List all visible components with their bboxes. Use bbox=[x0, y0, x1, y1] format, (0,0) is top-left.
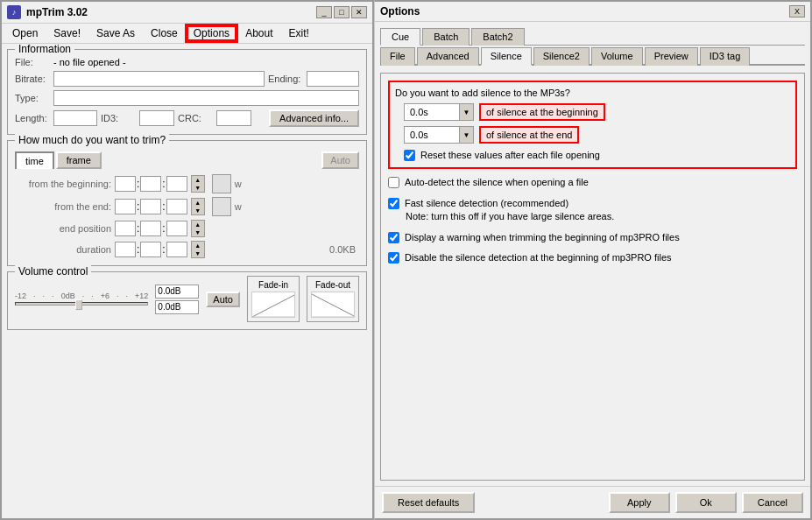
end-dropdown[interactable]: ▼ bbox=[404, 126, 474, 144]
tab-advanced[interactable]: Advanced bbox=[417, 47, 479, 66]
spin-up[interactable]: ▲ bbox=[192, 221, 204, 228]
table-row: end position : : ▲ ▼ bbox=[15, 220, 359, 237]
main-content: Information File: - no file opened - Bit… bbox=[2, 44, 372, 518]
close-button[interactable]: ✕ bbox=[351, 6, 367, 18]
silence-beginning-row: ▼ of silence at the beginning bbox=[404, 103, 790, 121]
spin-up[interactable]: ▲ bbox=[192, 199, 204, 207]
fade-out-label: Fade-out bbox=[315, 280, 350, 290]
options-title-bar: Options X bbox=[375, 2, 810, 22]
tab-volume[interactable]: Volume bbox=[591, 47, 643, 66]
tab-preview[interactable]: Preview bbox=[645, 47, 698, 66]
endpos-m[interactable] bbox=[140, 221, 161, 236]
size-info: 0.0KB bbox=[329, 244, 356, 255]
options-title: Options bbox=[380, 5, 420, 18]
spin-up[interactable]: ▲ bbox=[192, 176, 204, 184]
endpos-s[interactable] bbox=[166, 221, 187, 236]
end-value-input[interactable] bbox=[405, 130, 459, 140]
restore-button[interactable]: □ bbox=[334, 6, 350, 18]
spin-down[interactable]: ▼ bbox=[192, 184, 204, 192]
spin-down[interactable]: ▼ bbox=[192, 249, 204, 257]
dur-spinner[interactable]: ▲ ▼ bbox=[191, 241, 205, 258]
volume-value2[interactable] bbox=[155, 300, 199, 314]
menu-options[interactable]: Options bbox=[187, 25, 237, 41]
beginning-dropdown[interactable]: ▼ bbox=[404, 103, 474, 121]
app-icon: ♪ bbox=[7, 5, 21, 19]
fade-in-graphic bbox=[251, 292, 295, 318]
tab-batch2[interactable]: Batch2 bbox=[471, 28, 524, 46]
menu-about[interactable]: About bbox=[238, 25, 279, 41]
disablesilence-label: Disable the silence detection at the beg… bbox=[405, 251, 672, 264]
reset-defaults-button[interactable]: Reset defaults bbox=[382, 492, 475, 513]
spin-down[interactable]: ▼ bbox=[192, 207, 204, 214]
information-group: Information File: - no file opened - Bit… bbox=[7, 49, 367, 135]
beginning-spinner[interactable]: ▲ ▼ bbox=[191, 175, 205, 193]
title-bar: ♪ mpTrim 3.02 _ □ ✕ bbox=[2, 2, 372, 24]
dur-h[interactable] bbox=[115, 242, 136, 257]
fade-in-label: Fade-in bbox=[258, 280, 288, 290]
volume-value1[interactable] bbox=[155, 285, 199, 299]
end-dropdown-arrow[interactable]: ▼ bbox=[459, 127, 473, 143]
spin-up[interactable]: ▲ bbox=[192, 242, 204, 249]
fastsilence-row: Fast silence detection (recommended) bbox=[388, 197, 797, 210]
ending-field[interactable] bbox=[307, 71, 359, 87]
end-h[interactable] bbox=[115, 199, 136, 214]
beginning-m[interactable] bbox=[140, 176, 161, 192]
endpos-spinner[interactable]: ▲ ▼ bbox=[191, 220, 205, 237]
advanced-info-button[interactable]: Advanced info... bbox=[269, 109, 359, 127]
tab-frame[interactable]: frame bbox=[56, 151, 102, 169]
displaywarning-checkbox[interactable] bbox=[388, 232, 399, 243]
table-row: from the beginning: : : ▲ ▼ w bbox=[15, 174, 359, 193]
volume-slider[interactable] bbox=[15, 302, 148, 306]
tab-silence2[interactable]: Silence2 bbox=[533, 47, 590, 66]
beginning-label: from the beginning: bbox=[15, 179, 111, 189]
volume-auto-button[interactable]: Auto bbox=[206, 292, 240, 307]
options-close-button[interactable]: X bbox=[789, 5, 805, 18]
menu-open[interactable]: Open bbox=[5, 25, 45, 41]
endpos-h[interactable] bbox=[115, 221, 136, 236]
ok-button[interactable]: Ok bbox=[675, 492, 737, 513]
menu-close[interactable]: Close bbox=[144, 25, 185, 41]
apply-button[interactable]: Apply bbox=[609, 492, 670, 513]
dur-m[interactable] bbox=[140, 242, 161, 257]
tab-time[interactable]: time bbox=[15, 151, 54, 169]
trim-label: How much do you want to trim? bbox=[15, 134, 169, 146]
crc-field[interactable] bbox=[216, 110, 251, 126]
reset-checkbox-row: Reset these values after each file openi… bbox=[404, 149, 790, 162]
displaywarning-label: Display a warning when trimming the begi… bbox=[405, 231, 680, 244]
fastsilence-checkbox[interactable] bbox=[388, 198, 399, 209]
tab-silence[interactable]: Silence bbox=[481, 47, 532, 66]
type-field[interactable] bbox=[53, 90, 359, 106]
file-value: - no file opened - bbox=[53, 57, 359, 67]
beginning-h[interactable] bbox=[115, 176, 136, 192]
spin-down[interactable]: ▼ bbox=[192, 228, 204, 236]
beginning-value-input[interactable] bbox=[405, 107, 459, 117]
silence-question: Do you want to add silence to the MP3s? bbox=[395, 88, 790, 98]
tab-file[interactable]: File bbox=[380, 47, 415, 66]
menu-saveas[interactable]: Save As bbox=[89, 25, 142, 41]
waveform-preview bbox=[212, 174, 231, 193]
end-m[interactable] bbox=[140, 199, 161, 214]
autodetect-checkbox[interactable] bbox=[388, 177, 399, 188]
beginning-s[interactable] bbox=[166, 176, 187, 192]
menu-save[interactable]: Save! bbox=[46, 25, 88, 41]
trim-group: How much do you want to trim? time frame… bbox=[7, 140, 367, 266]
type-label: Type: bbox=[15, 93, 50, 103]
menu-exit[interactable]: Exit! bbox=[281, 25, 315, 41]
bitrate-field[interactable] bbox=[53, 71, 265, 87]
tab-cue[interactable]: Cue bbox=[380, 28, 420, 46]
length-field[interactable] bbox=[53, 110, 97, 126]
disablesilence-checkbox[interactable] bbox=[388, 252, 399, 264]
reset-checkbox[interactable] bbox=[404, 150, 415, 161]
tab-id3[interactable]: ID3 tag bbox=[700, 47, 750, 66]
minimize-button[interactable]: _ bbox=[316, 6, 332, 18]
id3-field[interactable] bbox=[139, 110, 174, 126]
cancel-button[interactable]: Cancel bbox=[742, 492, 803, 513]
main-window: ♪ mpTrim 3.02 _ □ ✕ Open Save! Save As C… bbox=[0, 0, 374, 520]
id3-label: ID3: bbox=[101, 113, 136, 123]
tab-batch[interactable]: Batch bbox=[422, 28, 470, 46]
dur-s[interactable] bbox=[166, 242, 187, 257]
end-spinner[interactable]: ▲ ▼ bbox=[191, 198, 205, 215]
auto-button[interactable]: Auto bbox=[321, 151, 359, 169]
beginning-dropdown-arrow[interactable]: ▼ bbox=[459, 104, 473, 120]
end-s[interactable] bbox=[166, 199, 187, 214]
